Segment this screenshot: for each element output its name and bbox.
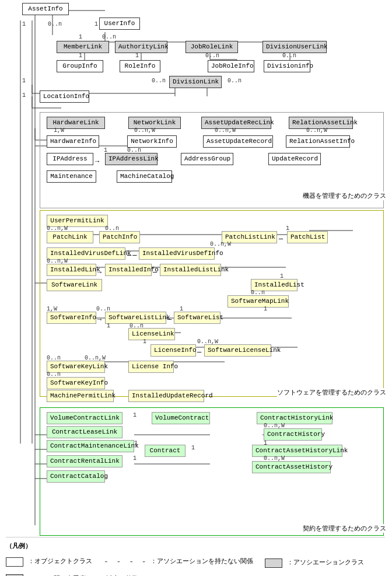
- node-volumecontract: VolumeContract: [152, 412, 210, 424]
- node-patchlist: PatchList: [287, 231, 328, 243]
- node-contract: Contract: [145, 445, 186, 457]
- mult-1-2: 1: [22, 21, 26, 27]
- mult-1-softwarelist: 1: [264, 306, 267, 312]
- node-installedvirusdefinfo: InstalledVirusDefInfo: [139, 247, 215, 260]
- node-locationinfo: LocationInfo: [40, 90, 89, 103]
- software-section-label: ソフトウェアを管理するためのクラス: [277, 388, 386, 397]
- mult-1-1: 1: [94, 21, 98, 27]
- node-networkinfo: NetworkInfo: [127, 135, 177, 148]
- legend-assoc-class: ：アソシエーションクラス: [265, 557, 364, 569]
- node-assetinfo: AssetInfo: [22, 3, 69, 15]
- node-installedlink: InstalledLink: [47, 264, 96, 276]
- node-softwarekeyinfo: SoftwareKeyInfo: [47, 377, 105, 389]
- node-licenselink: LicenseLink: [128, 328, 175, 340]
- node-contractrentallink: ContractRentalLink: [47, 455, 123, 467]
- mult-1-divisionlink: 1: [22, 78, 26, 84]
- contract-section-label: 契約を管理するためのクラス: [303, 524, 386, 533]
- mult-0nw-network: 0..n,W: [134, 127, 155, 134]
- mult-0nw-relation: 0..n,W: [306, 127, 327, 134]
- legend: （凡例） ：オブジェクトクラス - - - - ：アソシエーションを持たない関係…: [6, 537, 385, 576]
- node-hardwareinfo: HardwareInfo: [47, 135, 99, 148]
- mult-1w-hardware: 1,W: [54, 127, 64, 134]
- mult-0nw-patchlistlink: 0..n,W: [210, 241, 231, 247]
- node-licenseinfo: LicenseInfo: [150, 344, 196, 357]
- node-patchlink: PatchLink: [47, 231, 93, 243]
- node-memberlink: MemberLink: [57, 41, 109, 53]
- node-softwarelicenselink: SoftwareLicenseLink: [204, 344, 271, 357]
- node-updaterecord: UpdateRecord: [268, 153, 321, 165]
- node-licenseinfo2: License Info: [128, 361, 174, 373]
- legend-assoc-class-label: ：アソシエーションクラス: [287, 557, 364, 569]
- legend-multiplicity-label: ：クラス間の多重度（nは0以上の整数）: [28, 574, 145, 576]
- node-contractmaintenancelink: ContractMaintenanceLink: [47, 440, 134, 452]
- legend-title: （凡例）: [6, 541, 385, 553]
- node-contractassethistory: ContractAssetHistory: [252, 461, 331, 473]
- mult-0n-divisionlink-r: 0..n: [228, 78, 242, 84]
- node-roleinfo: RoleInfo: [120, 60, 160, 72]
- node-addressgroup: AddressGroup: [181, 153, 233, 165]
- mult-0n-divisionlink-l: 0..n: [152, 78, 166, 84]
- mult-1-licenseinfo: 1: [143, 338, 146, 345]
- node-assetupdaterecord: AssetUpdateRecord: [203, 135, 273, 148]
- mult-0n-userinfo: 0..n: [102, 34, 116, 40]
- node-patchinfo: PatchInfo: [99, 231, 140, 243]
- diagram-container: AssetInfo UserInfo 0..n 1 1 1 0..n Membe…: [0, 0, 392, 9]
- node-installedlistlink: InstalledListLink: [160, 264, 221, 276]
- node-divisionuserlink: DivisionUserLink: [262, 41, 327, 53]
- node-assetupdatereclink: AssetUpdateRecLink: [201, 117, 271, 129]
- mult-1-memberlink: 1: [79, 34, 82, 40]
- mult-1-locationinfo: 1: [22, 92, 26, 99]
- node-contractleaselink: ContractLeaseLink: [47, 426, 123, 438]
- node-machinepermitlink: MachinePermitLink: [47, 390, 114, 402]
- mult-0n-1: 0..n: [48, 21, 62, 27]
- node-divisioninfo: Divisioninfo: [264, 60, 310, 72]
- legend-assoc-class-icon: [265, 558, 282, 568]
- mult-0n-divisionuserlink-b: 0..n: [282, 53, 296, 59]
- legend-no-assoc-label: ：アソシエーションを持たない関係: [150, 556, 253, 568]
- legend-object-class-label: ：オブジェクトクラス: [28, 556, 92, 568]
- node-userinfo: UserInfo: [99, 18, 140, 30]
- node-installedinfo: InstalledInfo: [105, 264, 152, 276]
- node-ipaddresslink: IPAddressLink: [105, 153, 158, 165]
- legend-no-assoc: - - - - ：アソシエーションを持たない関係: [104, 555, 253, 569]
- node-authoritylink: AuthorityLink: [115, 41, 167, 53]
- node-contractcatalog: ContractCatalog: [47, 470, 105, 483]
- mult-1-volumecontract: 1: [133, 412, 136, 418]
- mult-1-contract-1: 1: [134, 440, 138, 446]
- mult-1-authoritylink-b: 1: [135, 53, 139, 59]
- node-softwaremaplink: SoftwareMapLink: [228, 295, 289, 308]
- legend-object-class-icon: [6, 557, 23, 567]
- mult-0nw-assetupdate: 0..n,W: [215, 127, 236, 134]
- node-contracthistory: ContractHistory: [264, 428, 322, 441]
- mult-0n-jobrolelink-b: 0..n: [205, 53, 219, 59]
- mult-1-licenselink: 1: [107, 323, 110, 329]
- node-groupinfo: GroupInfo: [57, 60, 103, 72]
- node-softwarelink: SoftwareLink: [47, 279, 102, 291]
- node-installedupdaterecord: InstalledUpdateRecord: [128, 390, 204, 402]
- legend-multiplicity: 1,0..n ：クラス間の多重度（nは0以上の整数）: [6, 574, 145, 576]
- node-jobrolelink: JobRoleLink: [186, 41, 238, 53]
- mult-1-contract-r: 1: [191, 445, 195, 451]
- node-machinecatalog: MachineCatalog: [117, 170, 172, 183]
- node-ipaddress: IPAddress: [47, 153, 93, 165]
- node-divisionlink: DivisionLink: [169, 76, 222, 88]
- mult-1-contractrentallink: 1: [133, 455, 136, 462]
- legend-object-class: ：オブジェクトクラス: [6, 555, 92, 569]
- node-softwarelist: SoftwareList: [174, 312, 220, 324]
- node-relationassetinfo: RelationAssetInfo: [286, 135, 350, 148]
- node-softwareinfo: SoftwareInfo: [47, 312, 96, 324]
- node-volumecontractlink: VolumeContractLink: [47, 412, 123, 424]
- node-jobroleinfo: JobRoleInfo: [208, 60, 254, 72]
- mult-1-memberlink-b: 1: [79, 53, 82, 59]
- hardware-section-label: 機器を管理するためのクラス: [303, 191, 386, 200]
- node-maintenance: Maintenance: [47, 170, 96, 183]
